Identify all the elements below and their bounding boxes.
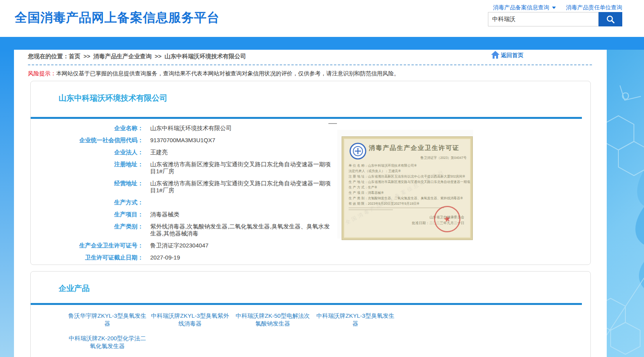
- field-label: 生产类别：: [31, 223, 143, 237]
- breadcrumb-home-link[interactable]: 首页: [69, 53, 80, 59]
- main-content: 您现在的位置：首页>>消毒产品生产企业查询>>山东中科瑞沃环境技术有限公司 返回…: [14, 50, 607, 357]
- field-value: 山东省潍坊市高新区潍安路与宝通街交叉路口东北角自动变速器一期项目1#厂房: [150, 161, 333, 175]
- field-value: 鲁卫消证字202304047: [150, 242, 208, 249]
- molecule-background-art: O OH: [607, 50, 644, 357]
- field-label: 生产项目：: [31, 211, 143, 218]
- search-bar: [488, 12, 622, 26]
- breadcrumb: 您现在的位置：首页>>消毒产品生产企业查询>>山东中科瑞沃环境技术有限公司: [28, 53, 246, 60]
- search-input[interactable]: [488, 12, 599, 26]
- left-background-strip: [0, 50, 14, 357]
- certificate-line: 单 位 名 称：山东中科瑞沃环境技术有限公司※: [349, 163, 465, 168]
- field-label: 生产企业卫生许可证号：: [31, 242, 143, 249]
- license-certificate-image: 全国消毒产品网上备案信息服务平台 消毒产品生产企业卫生许可证 鲁卫消证字（202…: [337, 130, 473, 239]
- certificate-line: 生 产 类 别：次氯酸钠发生器、二氧化氯发生器、臭氧发生器、紫外线消毒器※: [349, 195, 465, 201]
- field-row-production-category: 生产类别： 紫外线消毒器,次氯酸钠发生器,二氧化氯发生器,臭氧发生器、臭氧水发生…: [31, 223, 380, 237]
- product-link-4[interactable]: 中科瑞沃牌ZKYL-3型臭氧发生器: [316, 312, 395, 327]
- field-value: 山东省潍坊市高新区潍安路与宝通街交叉路口东北角自动变速器一期项目1#厂房: [150, 180, 333, 194]
- company-name-heading: 山东中科瑞沃环境技术有限公司: [59, 93, 167, 103]
- field-row-license-number: 生产企业卫生许可证号： 鲁卫消证字202304047: [31, 242, 380, 249]
- field-row-legal-person: 企业法人： 王建亮: [31, 149, 380, 156]
- risk-notice-text: 本网站仅基于已掌握的信息提供查询服务，查询结果不代表本网站对被查询对象信用状况的…: [56, 70, 400, 77]
- company-fields: 企业名称： 山东中科瑞沃环境技术有限公司 企业统一社会信用代码： 9137070…: [31, 125, 380, 266]
- field-row-license-expiry: 卫生许可证截止日期： 2027-09-19: [31, 254, 380, 261]
- breadcrumb-separator: >>: [155, 53, 162, 59]
- product-link-3[interactable]: 中科瑞沃牌ZK-50型电解法次氯酸钠发生器: [233, 312, 312, 327]
- accent-divider: [31, 303, 582, 305]
- nav-link-record-query-label: 消毒产品备案信息查询: [493, 4, 549, 11]
- right-background-strip: O OH: [607, 50, 644, 357]
- nav-link-responsible-unit-label: 消毒产品责任单位查询: [566, 4, 622, 11]
- molecule-label-o: O: [621, 90, 629, 102]
- field-row-production-mode: 生产方式：: [31, 199, 380, 206]
- breadcrumb-current: 山东中科瑞沃环境技术有限公司: [165, 53, 246, 59]
- field-row-registered-address: 注册地址： 山东省潍坊市高新区潍安路与宝通街交叉路口东北角自动变速器一期项目1#…: [31, 161, 380, 175]
- certificate-lines: 单 位 名 称：山东中科瑞沃环境技术有限公司※ 法定代表人（或负责人）：王建亮※…: [349, 163, 465, 211]
- certificate-line: 生 产 方 式：生产※: [349, 185, 465, 190]
- back-home-label: 返回首页: [501, 52, 523, 59]
- company-products-card: 企业产品 鲁沃华宇牌ZKYL-3型臭氧发生器 中科瑞沃牌ZKYL-3型臭氧紫外线…: [30, 271, 591, 357]
- field-value: 王建亮: [150, 149, 168, 156]
- company-info-card: 山东中科瑞沃环境技术有限公司 企业名称： 山东中科瑞沃环境技术有限公司 企业统一…: [30, 81, 591, 265]
- field-value: 紫外线消毒器,次氯酸钠发生器,二氧化氯发生器,臭氧发生器、臭氧水发生器,其他器械…: [150, 223, 333, 237]
- field-value: 山东中科瑞沃环境技术有限公司: [150, 125, 232, 132]
- breadcrumb-prefix: 您现在的位置：: [28, 53, 69, 59]
- certificate-title: 消毒产品生产企业卫生许可证: [369, 144, 460, 152]
- certificate-line: 生 产 地 址：山东省潍坊市高新区潍安路与宝通街交叉路口东北角自动变速器一期项目…: [349, 179, 465, 185]
- field-row-production-project: 生产项目： 消毒器械类: [31, 211, 380, 218]
- certificate-line: 生 产 项 目：消毒器械※: [349, 190, 465, 195]
- search-button[interactable]: [599, 12, 622, 26]
- top-nav: 消毒产品备案信息查询 消毒产品责任单位查询: [493, 4, 622, 11]
- field-label: 企业法人：: [31, 149, 143, 156]
- field-row-business-address: 经营地址： 山东省潍坊市高新区潍安路与宝通街交叉路口东北角自动变速器一期项目1#…: [31, 180, 380, 194]
- back-home-link[interactable]: 返回首页: [491, 51, 523, 59]
- chevron-down-icon: [552, 7, 556, 9]
- field-label: 企业统一社会信用代码：: [31, 137, 143, 144]
- home-icon: [491, 51, 500, 59]
- certificate-line: 法定代表人（或负责人）：王建亮※: [349, 168, 465, 174]
- risk-notice: 风险提示：本网站仅基于已掌握的信息提供查询服务，查询结果不代表本网站对被查询对象…: [28, 70, 399, 77]
- field-value: 消毒器械类: [150, 211, 179, 218]
- nav-link-record-query[interactable]: 消毒产品备案信息查询: [493, 4, 556, 11]
- dashed-divider: [28, 64, 592, 65]
- field-label: 卫生许可证截止日期：: [31, 254, 143, 261]
- certificate-number: 鲁卫消证字（2023）第04047号: [420, 156, 467, 160]
- certificate-line: 注 册 地 址：山东省潍坊高新区玉清东街以北中心次干道以西高新大厦502房间※: [349, 174, 465, 179]
- field-label: 生产方式：: [31, 199, 143, 206]
- nav-link-responsible-unit-query[interactable]: 消毒产品责任单位查询: [566, 4, 622, 11]
- page-title: 全国消毒产品网上备案信息服务平台: [15, 9, 220, 26]
- product-link-2[interactable]: 中科瑞沃牌ZKYL-3型臭氧紫外线消毒器: [150, 312, 230, 327]
- field-row-company-name: 企业名称： 山东中科瑞沃环境技术有限公司: [31, 125, 380, 132]
- field-label: 经营地址：: [31, 180, 143, 194]
- banner-bar: [0, 37, 644, 50]
- product-link-5[interactable]: 中科瑞沃牌ZK-200型化学法二氧化氯发生器: [68, 334, 147, 350]
- health-emblem-icon: [349, 143, 366, 160]
- photo-dash-mark: [328, 123, 337, 124]
- search-icon: [606, 14, 616, 24]
- field-value: 2027-09-19: [150, 254, 180, 261]
- product-list: 鲁沃华宇牌ZKYL-3型臭氧发生器 中科瑞沃牌ZKYL-3型臭氧紫外线消毒器 中…: [68, 312, 409, 350]
- field-label: 注册地址：: [31, 161, 143, 175]
- breadcrumb-section-link[interactable]: 消毒产品生产企业查询: [94, 53, 152, 59]
- products-heading: 企业产品: [59, 283, 90, 294]
- field-row-credit-code: 企业统一社会信用代码： 91370700MA3M3U1QX7: [31, 137, 380, 144]
- risk-notice-label: 风险提示：: [28, 70, 56, 77]
- license-certificate: 全国消毒产品网上备案信息服务平台 消毒产品生产企业卫生许可证 鲁卫消证字（202…: [342, 137, 472, 240]
- field-value: 91370700MA3M3U1QX7: [150, 137, 215, 144]
- field-label: 企业名称：: [31, 125, 143, 132]
- breadcrumb-separator: >>: [83, 53, 90, 59]
- accent-divider: [31, 117, 582, 119]
- product-link-1[interactable]: 鲁沃华宇牌ZKYL-3型臭氧发生器: [68, 312, 147, 327]
